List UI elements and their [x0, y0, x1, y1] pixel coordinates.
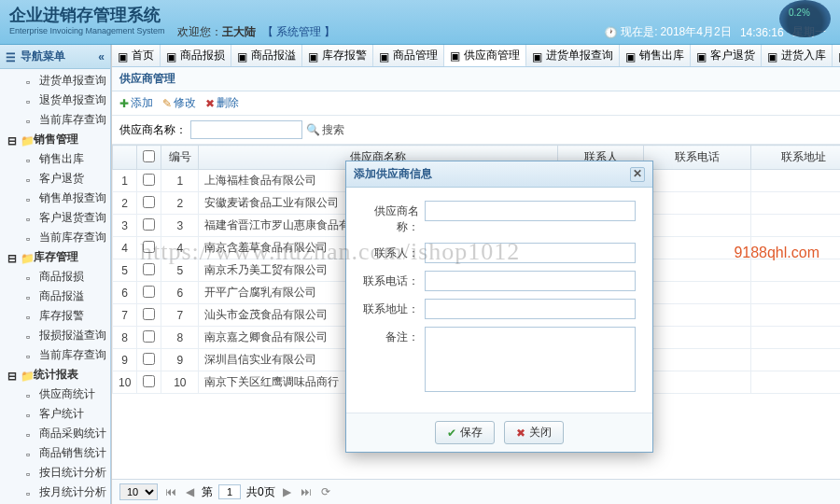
nav-item[interactable]: ▫商品报溢 — [0, 287, 110, 306]
tab[interactable]: ▣商品报损 — [161, 45, 231, 66]
item-icon: 📁 — [21, 252, 31, 262]
nav-item[interactable]: ▫按日统计分析 — [0, 463, 110, 483]
row-checkbox[interactable] — [143, 353, 155, 365]
prev-page-button[interactable]: ◀ — [184, 485, 196, 498]
tab[interactable]: ▣商品管理 — [373, 45, 444, 66]
row-checkbox[interactable] — [143, 263, 155, 275]
nav-item[interactable]: ▫客户退货 — [0, 169, 110, 189]
nav-item[interactable]: ▫当前库存查询 — [0, 345, 110, 365]
row-checkbox[interactable] — [143, 330, 155, 343]
column-header[interactable] — [137, 146, 161, 170]
field-phone-input[interactable] — [425, 271, 636, 291]
nav-item[interactable]: ▫销售出库 — [0, 149, 110, 169]
dialog-title-bar[interactable]: 添加供应商信息 ✕ — [346, 161, 652, 188]
nav-item[interactable]: ▫当前库存查询 — [0, 110, 110, 130]
item-icon: ▫ — [26, 448, 36, 458]
search-button[interactable]: 🔍搜索 — [306, 122, 344, 138]
tab[interactable]: ▣进货入库 — [762, 45, 833, 66]
tab-icon: ▣ — [450, 49, 461, 61]
tab[interactable]: ▣首页 — [112, 45, 161, 66]
nav-item[interactable]: ▫客户退货查询 — [0, 208, 110, 228]
row-checkbox[interactable] — [143, 241, 155, 253]
nav-item[interactable]: ⊟📁库存管理 — [0, 247, 110, 267]
field-name-input[interactable] — [425, 201, 636, 221]
nav-tree: ▫进货单报查询▫退货单报查询▫当前库存查询⊟📁销售管理▫销售出库▫客户退货▫销售… — [0, 69, 110, 504]
nav-item[interactable]: ⊟📁统计报表 — [0, 365, 110, 385]
select-all-checkbox[interactable] — [143, 150, 155, 162]
next-page-button[interactable]: ▶ — [281, 485, 293, 498]
last-page-button[interactable]: ⏭ — [299, 485, 314, 498]
add-button[interactable]: ✚添加 — [119, 95, 153, 111]
rownum-header — [113, 146, 137, 170]
item-icon: ▫ — [26, 213, 36, 223]
row-checkbox[interactable] — [143, 286, 155, 298]
tab[interactable]: ▣客户退货 — [691, 45, 762, 66]
item-icon: ▫ — [26, 487, 36, 497]
nav-item[interactable]: ▫商品报损 — [0, 267, 110, 287]
tab-icon: ▣ — [379, 50, 390, 62]
tab[interactable]: ▣供应商管理 — [444, 45, 526, 67]
nav-item[interactable]: ▫退货单报查询 — [0, 91, 110, 110]
column-header[interactable]: 编号 — [161, 146, 199, 170]
edit-button[interactable]: ✎修改 — [162, 95, 196, 111]
item-icon: 📁 — [21, 134, 31, 145]
field-addr-label: 联系地址： — [363, 299, 419, 317]
nav-item[interactable]: ▫当前库存查询 — [0, 228, 110, 247]
item-icon: ▫ — [26, 115, 36, 125]
edit-icon: ✎ — [162, 97, 172, 110]
row-checkbox[interactable] — [143, 308, 155, 320]
delete-button[interactable]: ✖删除 — [205, 95, 239, 111]
field-contact-input[interactable] — [425, 243, 636, 263]
tab[interactable]: ▣商品报溢 — [231, 45, 302, 66]
row-checkbox[interactable] — [143, 375, 155, 387]
nav-item[interactable]: ▫进货单报查询 — [0, 71, 110, 91]
collapse-icon[interactable]: « — [98, 50, 105, 63]
nav-item[interactable]: ▫商品销售统计 — [0, 443, 110, 463]
nav-item[interactable]: ▫商品采购统计 — [0, 424, 110, 443]
row-checkbox[interactable] — [143, 218, 155, 231]
clock-icon: 🕐 — [604, 26, 618, 39]
field-remark-input[interactable] — [425, 327, 636, 392]
nav-item[interactable]: ▫销售单报查询 — [0, 189, 110, 208]
dialog-close-button[interactable]: ✕ — [630, 167, 645, 182]
nav-item[interactable]: ▫库存报警 — [0, 306, 110, 326]
tab[interactable]: ▣退货出库 — [833, 45, 840, 66]
row-checkbox[interactable] — [143, 196, 155, 208]
nav-item[interactable]: ▫供应商统计 — [0, 385, 110, 404]
refresh-button[interactable]: ⟳ — [319, 485, 332, 498]
tab-icon: ▣ — [118, 50, 129, 62]
column-header[interactable]: 联系地址 — [750, 146, 840, 170]
field-addr-input[interactable] — [425, 299, 636, 319]
add-supplier-dialog: 添加供应商信息 ✕ 供应商名称： 联系人： 联系电话： 联系地址： 备注： ✔保… — [345, 161, 653, 453]
row-checkbox[interactable] — [143, 174, 155, 186]
tab[interactable]: ▣进货单报查询 — [526, 45, 620, 66]
save-icon: ✔ — [447, 427, 456, 440]
tab-bar: ▣首页▣商品报损▣商品报溢▣库存报警▣商品管理▣供应商管理▣进货单报查询▣销售出… — [112, 45, 840, 67]
page-size-select[interactable]: 10 — [119, 483, 158, 500]
nav-item[interactable]: ⊟📁销售管理 — [0, 130, 110, 149]
page-input[interactable] — [218, 484, 241, 499]
system-link[interactable]: 【 系统管理 】 — [262, 25, 336, 38]
nav-item[interactable]: ▫报损报溢查询 — [0, 326, 110, 345]
item-icon: ▫ — [26, 174, 36, 184]
gauge-widget: 0.2% — [779, 0, 831, 37]
item-icon: ▫ — [26, 193, 36, 203]
tab[interactable]: ▣库存报警 — [302, 45, 373, 66]
nav-item[interactable]: ▫客户统计 — [0, 404, 110, 424]
save-button[interactable]: ✔保存 — [435, 421, 495, 444]
item-icon: ▫ — [26, 468, 36, 478]
item-icon: ▫ — [26, 272, 36, 282]
expand-icon: ⊟ — [7, 370, 18, 380]
delete-icon: ✖ — [205, 97, 215, 110]
tab[interactable]: ▣销售出库 — [620, 45, 691, 66]
tab-icon: ▣ — [767, 50, 778, 62]
item-icon: ▫ — [26, 154, 36, 164]
close-button[interactable]: ✖关闭 — [504, 421, 564, 444]
sidebar: ☰ 导航菜单 « ▫进货单报查询▫退货单报查询▫当前库存查询⊟📁销售管理▫销售出… — [0, 45, 111, 504]
search-label: 供应商名称： — [119, 122, 187, 138]
search-input[interactable] — [190, 120, 302, 139]
column-header[interactable]: 联系电话 — [644, 146, 750, 170]
nav-item[interactable]: ▫按月统计分析 — [0, 483, 110, 502]
tab-icon: ▣ — [237, 50, 248, 62]
first-page-button[interactable]: ⏮ — [163, 485, 178, 498]
